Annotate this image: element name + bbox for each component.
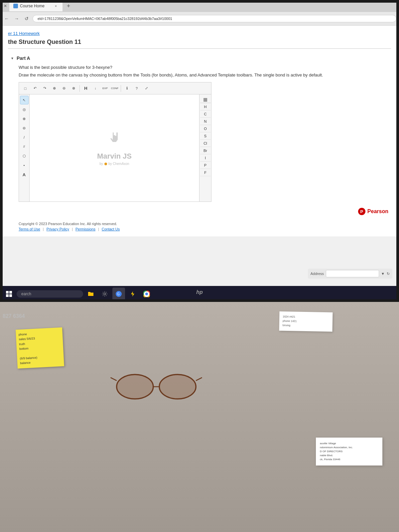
question-text: What is the best possible structure for … bbox=[19, 65, 388, 70]
single-bond-tool[interactable]: / bbox=[20, 133, 29, 142]
active-tab[interactable]: Course Home × bbox=[9, 1, 63, 11]
zoom-fit-button[interactable]: ⊗ bbox=[69, 84, 78, 93]
address-input[interactable] bbox=[326, 270, 379, 277]
address-bar[interactable]: eld=17811238&OpenVellumHMAC=067ab48f005b… bbox=[33, 15, 396, 22]
close-left-button[interactable]: ✕ bbox=[3, 3, 8, 9]
atom-Cl[interactable]: Cl bbox=[200, 140, 211, 147]
refresh-button[interactable]: ↺ bbox=[23, 15, 31, 23]
address-bar-bottom: Address ▼ ↻ bbox=[308, 269, 392, 279]
help-button[interactable]: ? bbox=[132, 84, 141, 93]
editor-toolbar: □ ↶ ↷ ⊕ ⊖ ⊗ H ↕ EXP CONF ℹ ? ⤢ bbox=[19, 82, 211, 94]
dot-tool[interactable]: • bbox=[20, 161, 29, 170]
phone-number: 827 6364 bbox=[3, 313, 25, 319]
svg-text:G: G bbox=[117, 292, 120, 296]
pearson-p-icon: P bbox=[358, 208, 365, 215]
taskbar-lightning[interactable] bbox=[126, 288, 139, 300]
svg-rect-3 bbox=[9, 294, 12, 297]
taskbar-search[interactable]: earch bbox=[17, 290, 83, 298]
svg-line-13 bbox=[111, 378, 117, 381]
instruction-text: Draw the molecule on the canvas by choos… bbox=[19, 72, 388, 77]
undo-button[interactable]: ↶ bbox=[31, 84, 39, 93]
atom-H[interactable]: H bbox=[200, 103, 211, 110]
svg-marker-7 bbox=[131, 291, 134, 297]
lasso-tool[interactable]: ◎ bbox=[20, 105, 29, 114]
atom-C[interactable]: C bbox=[200, 110, 211, 118]
monitor-screen: ✕ Course Home × + ← → ↺ eld=17811238&Ope… bbox=[0, 0, 399, 286]
exp-tool-button[interactable]: ↕ bbox=[91, 84, 100, 93]
search-placeholder: earch bbox=[21, 292, 31, 296]
periodic-table-icon[interactable]: ▦ bbox=[200, 96, 211, 103]
template-tool[interactable]: ⬡ bbox=[20, 152, 29, 160]
pearson-logo: P Pearson bbox=[358, 208, 388, 215]
atom-P[interactable]: P bbox=[200, 162, 211, 169]
atoms-panel: ▦ H C N O S Cl Br I P F bbox=[199, 94, 211, 201]
marvin-icon bbox=[106, 130, 123, 150]
chemaxon-dot-icon bbox=[104, 163, 107, 165]
add-tool[interactable]: ⊕ bbox=[20, 114, 29, 123]
tab-bar: ✕ Course Home × + bbox=[0, 0, 399, 12]
new-button[interactable]: □ bbox=[21, 84, 30, 93]
zoom-in-button[interactable]: ⊕ bbox=[50, 84, 59, 93]
separator-2 bbox=[121, 85, 121, 92]
zoom-out-button[interactable]: ⊖ bbox=[60, 84, 68, 93]
paper-2: 1624 #421 phone 1421 briving bbox=[279, 312, 333, 332]
part-a-label: Part A bbox=[17, 56, 30, 61]
taskbar-file-explorer[interactable] bbox=[84, 288, 97, 300]
redo-button[interactable]: ↷ bbox=[40, 84, 49, 93]
permissions-link[interactable]: Permissions bbox=[75, 227, 95, 231]
svg-point-16 bbox=[160, 375, 195, 398]
svg-point-9 bbox=[145, 293, 148, 295]
taskbar-chrome[interactable] bbox=[140, 288, 153, 300]
tab-label: Course Home bbox=[20, 4, 45, 8]
atom-I[interactable]: I bbox=[200, 154, 211, 162]
forward-button[interactable]: → bbox=[13, 15, 21, 23]
address-go-icon[interactable]: ↻ bbox=[387, 272, 390, 276]
atom-S[interactable]: S bbox=[200, 132, 211, 140]
address-dropdown-icon[interactable]: ▼ bbox=[381, 272, 385, 276]
expand-button[interactable]: ⤢ bbox=[142, 84, 151, 93]
subtract-tool[interactable]: ⊖ bbox=[20, 124, 29, 132]
info-button[interactable]: ℹ bbox=[123, 84, 131, 93]
contact-link[interactable]: Contact Us bbox=[102, 227, 120, 231]
atom-Br[interactable]: Br bbox=[200, 147, 211, 154]
double-bond-tool[interactable]: // bbox=[20, 142, 29, 151]
svg-rect-1 bbox=[9, 291, 12, 294]
select-tool[interactable]: ↖ bbox=[20, 96, 29, 104]
svg-rect-0 bbox=[6, 291, 9, 294]
atom-F[interactable]: F bbox=[200, 169, 211, 176]
page-title: the Structure Question 11 bbox=[8, 39, 391, 49]
windows-button[interactable] bbox=[3, 288, 15, 300]
address-bar-row: ← → ↺ eld=17811238&OpenVellumHMAC=067ab4… bbox=[0, 12, 399, 25]
marvin-title: Marvin JS bbox=[97, 152, 132, 161]
new-tab-button[interactable]: + bbox=[64, 1, 73, 11]
copyright-text: Copyright © 2023 Pearson Education Inc. … bbox=[19, 222, 120, 226]
collapse-triangle-icon[interactable]: ▼ bbox=[11, 57, 14, 60]
back-button[interactable]: ← bbox=[3, 15, 11, 23]
terms-link[interactable]: Terms of Use bbox=[19, 227, 40, 231]
conf-tool-button[interactable]: CONF bbox=[110, 84, 119, 93]
marvin-editor[interactable]: □ ↶ ↷ ⊕ ⊖ ⊗ H ↕ EXP CONF ℹ ? ⤢ bbox=[19, 82, 211, 202]
drawing-canvas[interactable]: Marvin JS by by ChemAxon bbox=[30, 94, 199, 201]
taskbar-browser[interactable]: G bbox=[112, 288, 125, 300]
address-label: Address bbox=[311, 272, 324, 276]
pearson-label: Pearson bbox=[367, 208, 388, 214]
privacy-link[interactable]: Privacy Policy bbox=[47, 227, 69, 231]
footer-links: Terms of Use | Privacy Policy | Permissi… bbox=[19, 227, 120, 231]
marvin-subtitle: by by ChemAxon bbox=[99, 162, 129, 166]
mail-text: auville Village ndominium Association, I… bbox=[320, 442, 378, 462]
page-content: er 11 Homework the Structure Question 11… bbox=[0, 26, 399, 236]
tab-close-button[interactable]: × bbox=[53, 3, 59, 9]
part-a-header: ▼ Part A bbox=[11, 56, 388, 61]
text-tool[interactable]: A bbox=[20, 170, 29, 179]
taskbar-settings[interactable] bbox=[98, 288, 111, 300]
tab-favicon bbox=[13, 4, 18, 8]
atom-O[interactable]: O bbox=[200, 125, 211, 132]
svg-point-4 bbox=[104, 293, 106, 295]
sticky-note-text: phone sales 5/6/23 truth bottom (6/9 bal… bbox=[18, 330, 61, 366]
marvin-logo: Marvin JS by by ChemAxon bbox=[97, 130, 132, 166]
atom-N[interactable]: N bbox=[200, 118, 211, 125]
h-tool-button[interactable]: H bbox=[81, 84, 90, 93]
sticky-note: phone sales 5/6/23 truth bottom (6/9 bal… bbox=[16, 327, 64, 368]
breadcrumb[interactable]: er 11 Homework bbox=[8, 31, 391, 36]
exp2-tool-button[interactable]: EXP bbox=[101, 84, 109, 93]
